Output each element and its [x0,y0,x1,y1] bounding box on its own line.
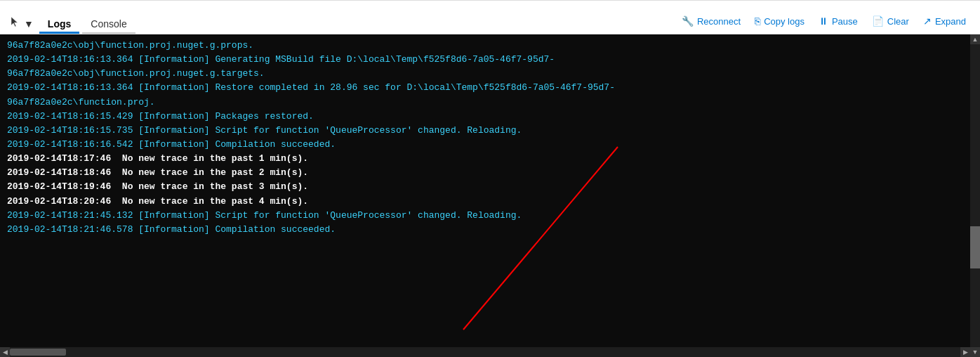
tab-logs[interactable]: Logs [39,1,79,34]
log-line: 2019-02-14T18:19:46 No new trace in the … [7,180,963,194]
h-scrollbar-track[interactable] [10,347,960,357]
copy-logs-button[interactable]: ⎘ Copy logs [749,13,810,30]
scroll-up-button[interactable]: ▲ [970,34,980,44]
log-line: 2019-02-14T18:18:46 No new trace in the … [7,166,963,180]
chevron-down-button[interactable]: ▼ [24,18,34,30]
cursor-icon [8,15,21,28]
scroll-down-button[interactable]: ▼ [970,347,980,357]
tab-console-label: Console [91,18,126,30]
reconnect-label: Reconnect [697,16,741,27]
reconnect-icon: 🔧 [682,15,694,27]
console-main: 96a7f82a0e2c\obj\function.proj.nuget.g.p… [0,34,970,357]
log-line: 2019-02-14T18:17:46 No new trace in the … [7,152,963,166]
copy-logs-icon: ⎘ [755,15,760,27]
log-line: 2019-02-14T18:16:13.364 [Information] Ge… [7,53,963,67]
expand-button[interactable]: ↗ Expand [918,13,972,30]
toolbar-right: 🔧 Reconnect ⎘ Copy logs ⏸ Pause 📄 Clear … [676,13,972,30]
clear-label: Clear [887,16,909,27]
v-scrollbar-thumb[interactable] [970,226,980,268]
scroll-left-button[interactable]: ◀ [0,347,10,357]
console-body: 96a7f82a0e2c\obj\function.proj.nuget.g.p… [0,34,980,357]
pause-icon: ⏸ [819,15,828,27]
log-line: 2019-02-14T18:21:46.578 [Information] Co… [7,223,963,237]
log-line: 96a7f82a0e2c\obj\function.proj.nuget.g.p… [7,39,963,53]
log-line: 2019-02-14T18:20:46 No new trace in the … [7,195,963,209]
console-panel: 96a7f82a0e2c\obj\function.proj.nuget.g.p… [0,34,980,357]
log-line: 96a7f82a0e2c\obj\function.proj.nuget.g.t… [7,67,963,81]
expand-label: Expand [935,16,966,27]
scroll-right-button[interactable]: ▶ [960,347,970,357]
horizontal-scrollbar[interactable]: ◀ ▶ [0,347,970,357]
clear-button[interactable]: 📄 Clear [866,13,915,30]
log-line: 2019-02-14T18:16:15.735 [Information] Sc… [7,124,963,138]
log-line: 2019-02-14T18:16:16.542 [Information] Co… [7,138,963,152]
pause-button[interactable]: ⏸ Pause [813,13,863,30]
log-line: 2019-02-14T18:16:13.364 [Information] Re… [7,81,963,95]
console-content[interactable]: 96a7f82a0e2c\obj\function.proj.nuget.g.p… [0,34,970,347]
vertical-scrollbar[interactable]: ▲ ▼ [970,34,980,357]
v-scrollbar-track[interactable] [970,44,980,347]
expand-icon: ↗ [923,15,932,27]
tab-bar: ▼ Logs Console 🔧 Reconnect ⎘ Copy logs ⏸… [0,1,980,34]
h-scrollbar-thumb[interactable] [10,349,66,356]
log-line: 2019-02-14T18:21:45.132 [Information] Sc… [7,209,963,223]
tab-logs-label: Logs [48,18,71,30]
pause-label: Pause [832,16,858,27]
log-line: 2019-02-14T18:16:15.429 [Information] Pa… [7,110,963,124]
chevron-down-icon: ▼ [24,18,34,30]
copy-logs-label: Copy logs [764,16,804,27]
clear-icon: 📄 [872,15,884,27]
log-line: 96a7f82a0e2c\function.proj. [7,96,963,110]
main-container: ▼ Logs Console 🔧 Reconnect ⎘ Copy logs ⏸… [0,0,980,357]
tab-console[interactable]: Console [82,1,135,34]
reconnect-button[interactable]: 🔧 Reconnect [676,13,746,30]
